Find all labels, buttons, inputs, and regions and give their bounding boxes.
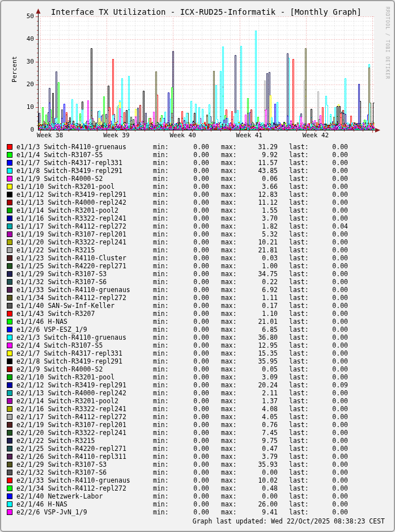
- max-value: 10.21: [240, 238, 278, 246]
- max-value: 3.70: [240, 214, 278, 222]
- max-label: max:: [221, 476, 240, 484]
- legend-label: e1/1/32 Switch-R3107-S6: [16, 278, 153, 286]
- y-tick-label: 10: [1, 104, 34, 111]
- legend-row: e1/1/19 Switch-R3107-repl201min:0.00max:…: [1, 230, 394, 238]
- min-label: min:: [153, 238, 172, 246]
- legend-row: e1/1/43 Switch-R3207min:0.00max:1.10last…: [1, 310, 394, 318]
- legend-label: e2/1/19 Switch-R3107-repl201: [16, 421, 153, 429]
- y-tick-label: 0: [1, 126, 34, 133]
- legend-row: e2/1/25 Switch-R4220-repl271min:0.00max:…: [1, 445, 394, 453]
- last-value: 0.00: [313, 461, 348, 468]
- last-label: last:: [289, 421, 313, 429]
- min-label: min:: [153, 294, 172, 302]
- legend-swatch: [7, 247, 12, 253]
- last-label: last:: [289, 294, 313, 302]
- max-value: 1.82: [240, 222, 278, 230]
- last-label: last:: [289, 318, 313, 326]
- legend-row: e1/1/29 Switch-R3107-S3min:0.00max:34.75…: [1, 270, 394, 278]
- x-tick-label: Week 41: [236, 132, 262, 139]
- max-label: max:: [221, 397, 240, 405]
- last-label: last:: [289, 151, 313, 159]
- min-label: min:: [153, 468, 172, 476]
- last-label: last:: [289, 349, 313, 357]
- last-value: 0.00: [313, 405, 348, 413]
- legend-row: e2/1/34 Switch-R4112-repl272min:0.00max:…: [1, 484, 394, 492]
- max-label: max:: [221, 159, 240, 167]
- max-label: max:: [221, 413, 240, 421]
- min-value: 0.00: [172, 151, 209, 159]
- last-value: 0.00: [313, 167, 348, 175]
- last-label: last:: [289, 238, 313, 246]
- last-label: last:: [289, 461, 313, 468]
- y-tick-label: 50: [1, 13, 34, 20]
- legend-row: e1/1/17 Switch-R4112-repl272min:0.00max:…: [1, 222, 394, 230]
- max-value: 36.80: [240, 333, 278, 341]
- max-value: 15.35: [240, 349, 278, 357]
- legend-row: e1/1/22 Switch-R3215min:0.00max:21.81las…: [1, 246, 394, 254]
- legend-label: e2/1/17 Switch-R4112-repl272: [16, 413, 153, 421]
- min-label: min:: [153, 175, 172, 183]
- legend-swatch: [7, 216, 12, 221]
- min-value: 0.00: [172, 453, 209, 461]
- legend-label: e1/1/46 H-NAS: [16, 318, 153, 326]
- legend-swatch: [7, 343, 12, 348]
- legend-row: e2/1/10 Switch-R3201-poolmin:0.00max:3.0…: [1, 373, 394, 381]
- legend-label: e2/1/7 Switch-R4317-repl331: [16, 349, 153, 357]
- min-value: 0.00: [172, 159, 209, 167]
- min-label: min:: [153, 151, 172, 159]
- legend: e1/1/3 Switch-R4110-gruenausmin:0.00max:…: [1, 143, 394, 516]
- max-value: 1.11: [240, 294, 278, 302]
- legend-row: e2/1/17 Switch-R4112-repl272min:0.00max:…: [1, 413, 394, 421]
- max-value: 35.93: [240, 461, 278, 468]
- min-value: 0.00: [172, 294, 209, 302]
- legend-label: e2/2/6 VSP-JvN_1/9: [16, 508, 153, 516]
- legend-swatch: [7, 430, 12, 436]
- min-value: 0.00: [172, 238, 209, 246]
- last-value: 0.00: [313, 397, 348, 405]
- legend-swatch: [7, 366, 12, 372]
- min-label: min:: [153, 476, 172, 484]
- legend-swatch: [7, 303, 12, 309]
- min-value: 0.00: [172, 175, 209, 183]
- max-label: max:: [221, 341, 240, 349]
- last-label: last:: [289, 199, 313, 206]
- legend-row: e2/1/32 Switch-R3107-S6min:0.00max:0.00l…: [1, 468, 394, 476]
- legend-swatch: [7, 501, 12, 507]
- max-label: max:: [221, 405, 240, 413]
- max-label: max:: [221, 508, 240, 516]
- max-label: max:: [221, 175, 240, 183]
- max-label: max:: [221, 302, 240, 310]
- max-label: max:: [221, 500, 240, 508]
- legend-row: e2/2/6 VSP-JvN_1/9min:0.00max:9.41last:0…: [1, 508, 394, 516]
- min-value: 0.00: [172, 333, 209, 341]
- max-label: max:: [221, 167, 240, 175]
- min-value: 0.00: [172, 429, 209, 437]
- last-value: 0.00: [313, 389, 348, 397]
- last-label: last:: [289, 175, 313, 183]
- legend-label: e2/1/33 Switch-R4110-gruenaus: [16, 476, 153, 484]
- min-value: 0.00: [172, 405, 209, 413]
- max-label: max:: [221, 389, 240, 397]
- max-value: 2.11: [240, 389, 278, 397]
- max-value: 0.48: [240, 484, 278, 492]
- last-label: last:: [289, 310, 313, 318]
- max-value: 9.75: [240, 437, 278, 445]
- max-value: 9.41: [240, 508, 278, 516]
- legend-row: e2/1/22 Switch-R3215min:0.00max:9.75last…: [1, 437, 394, 445]
- legend-label: e2/1/16 Switch-R3322-repl241: [16, 405, 153, 413]
- last-value: 0.00: [313, 365, 348, 373]
- last-label: last:: [289, 373, 313, 381]
- legend-swatch: [7, 255, 12, 261]
- last-value: 0.00: [313, 318, 348, 326]
- last-label: last:: [289, 405, 313, 413]
- legend-label: e1/1/12 Switch-R3419-repl291: [16, 191, 153, 199]
- last-label: last:: [289, 270, 313, 278]
- min-label: min:: [153, 500, 172, 508]
- last-label: last:: [289, 341, 313, 349]
- legend-row: e1/1/16 Switch-R3322-repl241min:0.00max:…: [1, 214, 394, 222]
- min-value: 0.00: [172, 461, 209, 468]
- legend-row: e2/1/12 Switch-R3419-repl291min:0.00max:…: [1, 381, 394, 389]
- max-value: 12.95: [240, 341, 278, 349]
- max-value: 20.24: [240, 381, 278, 389]
- max-value: 0.06: [240, 175, 278, 183]
